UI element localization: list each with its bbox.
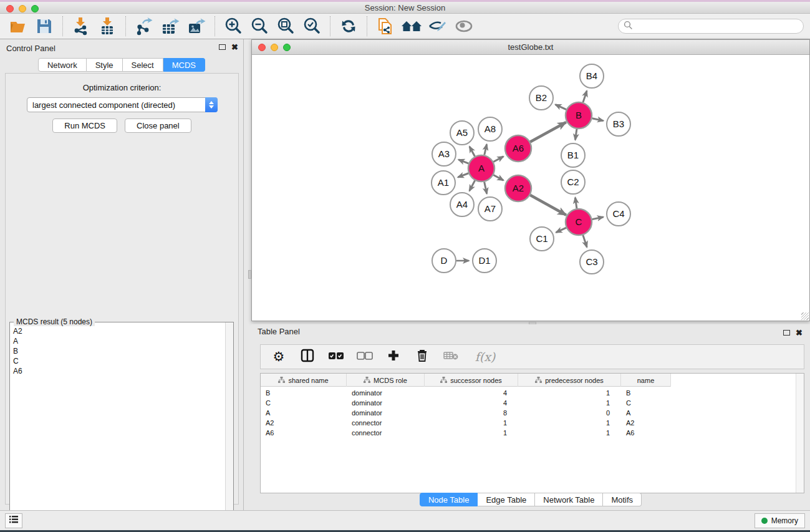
zoom-out-button[interactable] bbox=[246, 15, 272, 37]
open-session-button[interactable] bbox=[5, 15, 31, 37]
import-table-button[interactable] bbox=[94, 15, 120, 37]
table-row[interactable]: A2connector11A2 bbox=[261, 418, 671, 428]
tab-network-table[interactable]: Network Table bbox=[535, 493, 603, 506]
tab-mcds[interactable]: MCDS bbox=[163, 58, 205, 72]
column-header-label: MCDS role bbox=[374, 377, 407, 384]
select-all-button[interactable] bbox=[328, 349, 344, 365]
edge-A-A8[interactable] bbox=[485, 144, 487, 155]
save-session-button[interactable] bbox=[31, 15, 57, 37]
edge-C-C2[interactable] bbox=[575, 198, 576, 208]
run-mcds-button[interactable]: Run MCDS bbox=[52, 118, 117, 133]
optimization-criterion-label: Optimization criterion: bbox=[6, 83, 238, 92]
tab-style[interactable]: Style bbox=[87, 58, 123, 72]
import-network-button[interactable] bbox=[68, 15, 94, 37]
column-header-MCDS-role[interactable]: MCDS role bbox=[347, 374, 425, 387]
edge-C-C4[interactable] bbox=[592, 217, 604, 220]
task-history-button[interactable] bbox=[5, 513, 22, 528]
show-annotations-button[interactable] bbox=[451, 15, 477, 37]
network-zoom-button[interactable] bbox=[283, 44, 291, 51]
column-header-label: predecessor nodes bbox=[545, 377, 604, 384]
edge-A-A7[interactable] bbox=[485, 182, 487, 194]
function-builder-button[interactable]: f(x) bbox=[471, 349, 499, 365]
node-table[interactable]: shared nameMCDS rolesuccessor nodesprede… bbox=[260, 373, 804, 493]
export-network-button[interactable] bbox=[131, 15, 157, 37]
minimize-window-button[interactable] bbox=[19, 5, 26, 12]
node-label-D1: D1 bbox=[478, 255, 490, 266]
edge-B-B2[interactable] bbox=[556, 105, 566, 110]
deselect-all-button[interactable] bbox=[357, 349, 373, 365]
column-header-predecessor-nodes[interactable]: predecessor nodes bbox=[518, 374, 621, 387]
zoom-fit-button[interactable] bbox=[272, 15, 299, 37]
edge-A2-C[interactable] bbox=[530, 195, 566, 215]
add-column-button[interactable] bbox=[385, 349, 402, 365]
edge-A-A1[interactable] bbox=[458, 173, 468, 177]
edge-A-A5[interactable] bbox=[470, 147, 475, 157]
edge-A-A3[interactable] bbox=[458, 160, 468, 163]
close-window-button[interactable] bbox=[6, 5, 14, 12]
table-row[interactable]: Adominator80A bbox=[261, 408, 671, 418]
resize-grip[interactable] bbox=[801, 312, 809, 320]
mcds-result-list[interactable]: A2ABCA6 bbox=[11, 326, 225, 532]
function-builder-icon: f(x) bbox=[475, 350, 496, 364]
column-view-button[interactable] bbox=[299, 349, 316, 365]
column-header-successor-nodes[interactable]: successor nodes bbox=[425, 374, 518, 387]
zoom-selected-button[interactable] bbox=[299, 15, 325, 37]
network-graph[interactable]: B4B2BB3A8A5A6A3B1AA1C2A2A4A7C4CC1C3DD1 bbox=[252, 56, 809, 321]
edge-C-C3[interactable] bbox=[583, 235, 587, 247]
table-row[interactable]: Bdominator41B bbox=[261, 388, 671, 398]
tab-network[interactable]: Network bbox=[38, 58, 87, 72]
export-image-button[interactable] bbox=[183, 15, 210, 37]
edge-A6-B[interactable] bbox=[530, 122, 566, 142]
table-row[interactable]: A6connector11A6 bbox=[261, 428, 671, 438]
result-item[interactable]: A6 bbox=[11, 366, 225, 376]
result-scrollbar[interactable] bbox=[225, 322, 233, 532]
result-item[interactable]: B bbox=[11, 346, 225, 356]
search-input[interactable] bbox=[618, 19, 804, 34]
tab-node-table[interactable]: Node Table bbox=[420, 493, 478, 506]
table-row[interactable]: Cdominator41C bbox=[261, 398, 671, 408]
network-window-titlebar[interactable]: testGlobe.txt bbox=[252, 40, 809, 55]
home-button[interactable] bbox=[398, 15, 425, 37]
zoom-in-button[interactable] bbox=[220, 15, 246, 37]
close-panel-button[interactable]: Close panel bbox=[125, 118, 191, 133]
tab-select[interactable]: Select bbox=[123, 58, 163, 72]
tab-motifs[interactable]: Motifs bbox=[603, 493, 642, 506]
network-minimize-button[interactable] bbox=[271, 44, 278, 51]
result-item[interactable]: A bbox=[11, 336, 225, 346]
table-scrollbar[interactable] bbox=[796, 374, 804, 493]
table-cell: dominator bbox=[347, 408, 425, 418]
copy-network-button[interactable] bbox=[372, 15, 398, 37]
column-header-name[interactable]: name bbox=[621, 374, 671, 387]
edge-B-B4[interactable] bbox=[583, 91, 587, 102]
edge-A-A4[interactable] bbox=[470, 180, 475, 191]
edge-A-A2[interactable] bbox=[493, 175, 503, 180]
edge-C-C1[interactable] bbox=[556, 228, 566, 232]
column-header-shared-name[interactable]: shared name bbox=[261, 374, 347, 387]
float-panel-icon[interactable] bbox=[219, 44, 226, 50]
network-canvas[interactable]: B4B2BB3A8A5A6A3B1AA1C2A2A4A7C4CC1C3DD1 bbox=[252, 56, 809, 321]
edge-B-B3[interactable] bbox=[592, 118, 603, 121]
export-table-button[interactable] bbox=[157, 15, 183, 37]
network-close-button[interactable] bbox=[258, 44, 266, 51]
refresh-button[interactable] bbox=[335, 15, 362, 37]
close-panel-icon[interactable]: ✖ bbox=[231, 44, 238, 51]
criterion-select[interactable]: largest connected component (directed) bbox=[27, 97, 218, 112]
hide-annotations-button[interactable] bbox=[425, 15, 451, 37]
tab-edge-table[interactable]: Edge Table bbox=[478, 493, 535, 506]
network-window-title: testGlobe.txt bbox=[508, 42, 554, 52]
node-label-D: D bbox=[441, 255, 448, 266]
edge-B-B1[interactable] bbox=[575, 129, 576, 140]
edge-A-A6[interactable] bbox=[493, 157, 503, 162]
delete-table-button[interactable] bbox=[443, 349, 459, 365]
zoom-window-button[interactable] bbox=[31, 5, 39, 12]
delete-button[interactable] bbox=[414, 349, 430, 365]
close-table-panel-icon[interactable]: ✖ bbox=[796, 329, 803, 336]
result-item[interactable]: C bbox=[11, 356, 225, 366]
gear-button[interactable]: ⚙ bbox=[271, 349, 287, 365]
float-table-panel-icon[interactable] bbox=[783, 330, 790, 336]
vertical-split-handle[interactable] bbox=[248, 270, 251, 279]
toolbar-separator bbox=[215, 16, 215, 36]
result-item[interactable]: A2 bbox=[11, 326, 225, 336]
toolbar-separator bbox=[367, 16, 367, 36]
memory-button[interactable]: Memory bbox=[755, 513, 805, 528]
